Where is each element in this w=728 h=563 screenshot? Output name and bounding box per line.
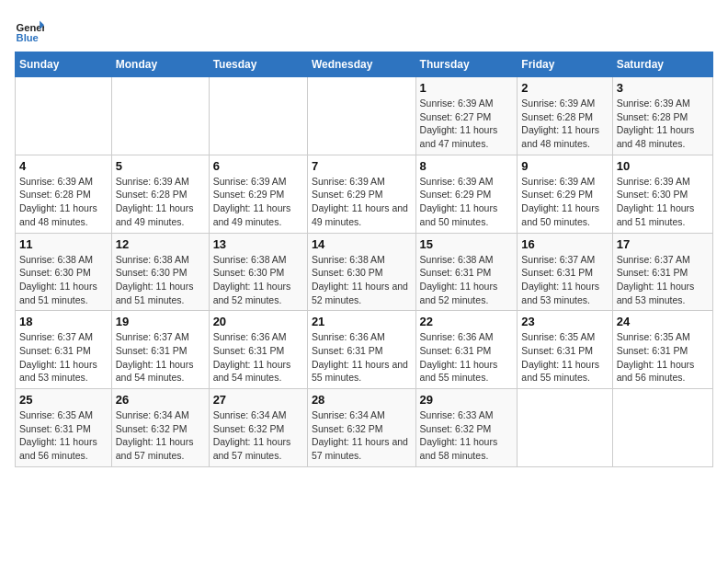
calendar-table: SundayMondayTuesdayWednesdayThursdayFrid… [15,52,713,467]
day-number: 17 [617,237,709,251]
day-number: 5 [116,159,205,173]
day-number: 2 [521,81,608,95]
calendar-cell: 22Sunrise: 6:36 AM Sunset: 6:31 PM Dayli… [415,311,518,389]
calendar-week-2: 4Sunrise: 6:39 AM Sunset: 6:28 PM Daylig… [16,155,713,233]
calendar-cell: 20Sunrise: 6:36 AM Sunset: 6:31 PM Dayli… [209,311,307,389]
calendar-cell: 9Sunrise: 6:39 AM Sunset: 6:29 PM Daylig… [518,155,612,233]
day-info: Sunrise: 6:37 AM Sunset: 6:31 PM Dayligh… [521,253,608,307]
day-info: Sunrise: 6:38 AM Sunset: 6:30 PM Dayligh… [213,253,303,307]
day-number: 1 [420,81,514,95]
day-number: 8 [420,159,514,173]
day-info: Sunrise: 6:35 AM Sunset: 6:31 PM Dayligh… [19,408,108,463]
day-info: Sunrise: 6:36 AM Sunset: 6:31 PM Dayligh… [213,330,303,385]
calendar-cell: 19Sunrise: 6:37 AM Sunset: 6:31 PM Dayli… [111,311,209,389]
calendar-cell: 25Sunrise: 6:35 AM Sunset: 6:31 PM Dayli… [16,389,112,467]
day-header-wednesday: Wednesday [307,52,415,77]
day-number: 13 [213,237,303,251]
calendar-cell: 4Sunrise: 6:39 AM Sunset: 6:28 PM Daylig… [16,155,112,233]
calendar-cell: 28Sunrise: 6:34 AM Sunset: 6:32 PM Dayli… [307,389,415,467]
day-header-monday: Monday [111,52,209,77]
day-info: Sunrise: 6:36 AM Sunset: 6:31 PM Dayligh… [312,330,412,385]
calendar-cell: 13Sunrise: 6:38 AM Sunset: 6:30 PM Dayli… [209,233,307,311]
day-info: Sunrise: 6:36 AM Sunset: 6:31 PM Dayligh… [420,330,514,385]
calendar-cell: 2Sunrise: 6:39 AM Sunset: 6:28 PM Daylig… [518,77,612,155]
day-header-thursday: Thursday [415,52,518,77]
day-info: Sunrise: 6:34 AM Sunset: 6:32 PM Dayligh… [213,408,303,463]
day-info: Sunrise: 6:34 AM Sunset: 6:32 PM Dayligh… [312,408,412,463]
day-info: Sunrise: 6:39 AM Sunset: 6:29 PM Dayligh… [420,175,514,229]
calendar-cell [307,77,415,155]
day-info: Sunrise: 6:39 AM Sunset: 6:28 PM Dayligh… [521,97,608,151]
day-info: Sunrise: 6:35 AM Sunset: 6:31 PM Dayligh… [521,330,608,385]
logo: General Blue [15,15,44,44]
calendar-header: SundayMondayTuesdayWednesdayThursdayFrid… [16,52,713,77]
calendar-cell: 11Sunrise: 6:38 AM Sunset: 6:30 PM Dayli… [16,233,112,311]
day-number: 10 [617,159,709,173]
day-header-saturday: Saturday [612,52,712,77]
day-number: 12 [116,237,205,251]
day-info: Sunrise: 6:39 AM Sunset: 6:29 PM Dayligh… [312,175,412,229]
day-number: 7 [312,159,412,173]
calendar-cell: 7Sunrise: 6:39 AM Sunset: 6:29 PM Daylig… [307,155,415,233]
day-number: 29 [420,393,514,407]
calendar-cell: 10Sunrise: 6:39 AM Sunset: 6:30 PM Dayli… [612,155,712,233]
calendar-cell: 29Sunrise: 6:33 AM Sunset: 6:32 PM Dayli… [415,389,518,467]
day-info: Sunrise: 6:38 AM Sunset: 6:30 PM Dayligh… [116,253,205,307]
calendar-cell: 6Sunrise: 6:39 AM Sunset: 6:29 PM Daylig… [209,155,307,233]
day-number: 28 [312,393,412,407]
day-info: Sunrise: 6:38 AM Sunset: 6:30 PM Dayligh… [312,253,412,307]
day-number: 19 [116,315,205,328]
day-header-sunday: Sunday [16,52,112,77]
calendar-cell: 8Sunrise: 6:39 AM Sunset: 6:29 PM Daylig… [415,155,518,233]
day-number: 27 [213,393,303,407]
calendar-cell: 17Sunrise: 6:37 AM Sunset: 6:31 PM Dayli… [612,233,712,311]
calendar-cell: 12Sunrise: 6:38 AM Sunset: 6:30 PM Dayli… [111,233,209,311]
calendar-cell: 1Sunrise: 6:39 AM Sunset: 6:27 PM Daylig… [415,77,518,155]
day-info: Sunrise: 6:33 AM Sunset: 6:32 PM Dayligh… [420,408,514,463]
day-number: 23 [521,315,608,328]
calendar-cell: 15Sunrise: 6:38 AM Sunset: 6:31 PM Dayli… [415,233,518,311]
day-number: 20 [213,315,303,328]
day-info: Sunrise: 6:39 AM Sunset: 6:29 PM Dayligh… [213,175,303,229]
day-number: 24 [617,315,709,328]
day-info: Sunrise: 6:39 AM Sunset: 6:30 PM Dayligh… [617,175,709,229]
day-info: Sunrise: 6:37 AM Sunset: 6:31 PM Dayligh… [617,253,709,307]
day-header-tuesday: Tuesday [209,52,307,77]
calendar-cell [612,389,712,467]
calendar-cell [111,77,209,155]
day-info: Sunrise: 6:34 AM Sunset: 6:32 PM Dayligh… [116,408,205,463]
calendar-week-3: 11Sunrise: 6:38 AM Sunset: 6:30 PM Dayli… [16,233,713,311]
calendar-cell [16,77,112,155]
calendar-cell: 24Sunrise: 6:35 AM Sunset: 6:31 PM Dayli… [612,311,712,389]
day-info: Sunrise: 6:39 AM Sunset: 6:28 PM Dayligh… [617,97,709,151]
calendar-week-4: 18Sunrise: 6:37 AM Sunset: 6:31 PM Dayli… [16,311,713,389]
calendar-body: 1Sunrise: 6:39 AM Sunset: 6:27 PM Daylig… [16,77,713,467]
calendar-cell: 5Sunrise: 6:39 AM Sunset: 6:28 PM Daylig… [111,155,209,233]
day-info: Sunrise: 6:39 AM Sunset: 6:29 PM Dayligh… [521,175,608,229]
day-info: Sunrise: 6:39 AM Sunset: 6:28 PM Dayligh… [116,175,205,229]
calendar-week-1: 1Sunrise: 6:39 AM Sunset: 6:27 PM Daylig… [16,77,713,155]
calendar-cell: 18Sunrise: 6:37 AM Sunset: 6:31 PM Dayli… [16,311,112,389]
day-info: Sunrise: 6:37 AM Sunset: 6:31 PM Dayligh… [19,330,108,385]
day-number: 22 [420,315,514,328]
day-number: 11 [19,237,108,251]
day-number: 25 [19,393,108,407]
day-number: 4 [19,159,108,173]
day-number: 18 [19,315,108,328]
day-info: Sunrise: 6:39 AM Sunset: 6:27 PM Dayligh… [420,97,514,151]
calendar-cell: 14Sunrise: 6:38 AM Sunset: 6:30 PM Dayli… [307,233,415,311]
day-info: Sunrise: 6:37 AM Sunset: 6:31 PM Dayligh… [116,330,205,385]
day-info: Sunrise: 6:35 AM Sunset: 6:31 PM Dayligh… [617,330,709,385]
day-number: 6 [213,159,303,173]
calendar-cell [209,77,307,155]
calendar-week-5: 25Sunrise: 6:35 AM Sunset: 6:31 PM Dayli… [16,389,713,467]
svg-text:Blue: Blue [17,32,39,43]
calendar-cell: 27Sunrise: 6:34 AM Sunset: 6:32 PM Dayli… [209,389,307,467]
day-number: 15 [420,237,514,251]
day-number: 26 [116,393,205,407]
day-number: 3 [617,81,709,95]
logo-icon: General Blue [15,15,44,44]
day-info: Sunrise: 6:38 AM Sunset: 6:30 PM Dayligh… [19,253,108,307]
calendar-cell: 26Sunrise: 6:34 AM Sunset: 6:32 PM Dayli… [111,389,209,467]
day-info: Sunrise: 6:39 AM Sunset: 6:28 PM Dayligh… [19,175,108,229]
